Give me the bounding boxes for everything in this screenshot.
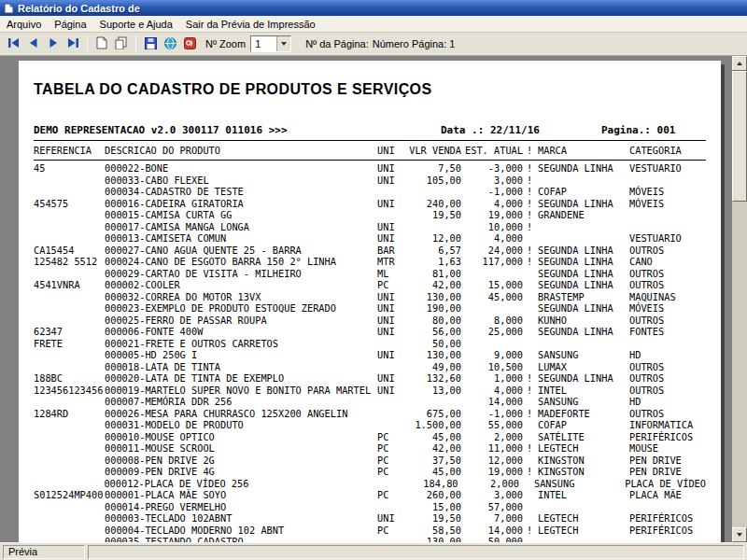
vertical-scrollbar[interactable]	[732, 56, 747, 542]
cell-est: 4,000	[461, 232, 523, 245]
cell-ref	[34, 349, 105, 361]
cell-flag: !	[523, 209, 536, 221]
table-row: 000018-LATA DE TINTA49,0010,500LUMAXOUTR…	[34, 361, 706, 373]
cell-cat: OUTROS	[629, 315, 706, 327]
menu-arquivo[interactable]: Arquivo	[0, 18, 48, 31]
cell-flag	[523, 268, 536, 280]
scroll-up-button[interactable]	[732, 56, 747, 71]
cell-vlr: 45,00	[405, 431, 461, 443]
next-page-button[interactable]	[44, 35, 63, 53]
menubar: Arquivo Página Suporte e Ajuda Sair da P…	[0, 16, 747, 33]
cell-cat: VESTUARIO	[629, 232, 706, 245]
cell-flag	[523, 431, 536, 443]
cell-flag	[519, 478, 532, 490]
cell-flag	[523, 232, 536, 245]
report-rows: 45000022-BONEUNI7,50-3,000!SEGUNDA LINHA…	[34, 162, 706, 542]
cell-flag: !	[523, 186, 536, 198]
export-html-button[interactable]	[161, 35, 179, 53]
zoom-dropdown-button[interactable]	[276, 36, 290, 51]
cell-est: 25,000	[461, 326, 523, 338]
cell-vlr: 12,00	[405, 232, 461, 245]
cell-uni: ML	[377, 268, 405, 280]
cell-vlr: 675,00	[405, 408, 461, 420]
table-row: FRETE000021-FRETE E OUTROS CARRETOS50,00	[34, 338, 706, 350]
zoom-select[interactable]: 1	[250, 35, 291, 52]
cell-marca: INTEL	[536, 489, 629, 501]
arrow-up-icon	[737, 62, 742, 65]
report-page-number: Pagina.: 001	[601, 124, 706, 136]
cell-est: 10,500	[461, 361, 523, 373]
table-row: 000008-PEN DRIVE 2GPC37,5012,000KINGSTON…	[34, 455, 706, 467]
cell-flag	[523, 291, 536, 303]
single-page-view-button[interactable]	[92, 35, 111, 53]
cell-cat: PEN DRIVE	[629, 455, 706, 467]
cell-ref	[34, 268, 105, 280]
table-row: 000013-CAMISETA COMUNUNI12,004,000VESTUA…	[34, 232, 706, 245]
cell-cat: OUTROS	[629, 385, 706, 397]
cell-uni	[377, 419, 405, 431]
menu-suporte-e-ajuda[interactable]: Suporte e Ajuda	[93, 18, 179, 31]
cell-uni: UNI	[377, 198, 405, 210]
cell-desc: 000020-LATA DE TINTA DE EXEMPLO	[105, 372, 377, 385]
cell-desc: 000009-PEN DRIVE 4G	[105, 466, 377, 478]
titlebar[interactable]: Relatório do Cadastro de	[0, 0, 747, 16]
scrollbar-thumb[interactable]	[732, 71, 747, 202]
previous-page-button[interactable]	[24, 35, 43, 53]
save-report-button[interactable]	[141, 35, 160, 53]
status-text: Prévia	[8, 546, 37, 557]
column-marca: MARCA	[536, 145, 629, 156]
cell-est: 3,000	[461, 175, 523, 187]
cell-uni: UNI	[377, 512, 405, 525]
cell-vlr: 19,50	[405, 512, 461, 525]
cell-marca: LUMAX	[536, 361, 629, 373]
cell-flag: !	[523, 175, 536, 187]
first-page-button[interactable]	[5, 35, 23, 53]
cell-cat	[629, 209, 706, 221]
table-row: 000012-PLACA DE VÍDEO 256184,802,000SANS…	[34, 478, 706, 490]
table-row: 000005-HD 250G IUNI130,009,000SANSUNGHD	[34, 349, 706, 361]
cell-vlr: 7,50	[405, 162, 461, 175]
cell-est: 2,000	[458, 478, 520, 490]
cell-vlr: 42,00	[405, 442, 461, 455]
cell-marca: INTEL	[536, 385, 629, 397]
cell-uni: BAR	[377, 245, 405, 257]
table-row: 000009-PEN DRIVE 4GPC45,0019,000!KINGSTO…	[34, 466, 706, 478]
cell-uni: UNI	[377, 291, 405, 303]
last-page-button[interactable]	[63, 35, 82, 53]
column-est-atual: EST. ATUAL	[461, 145, 523, 156]
table-row: CA15454000027-CANO AGUA QUENTE 25 - BARR…	[34, 245, 706, 257]
chevron-down-icon	[281, 42, 287, 46]
export-pdf-button[interactable]	[180, 35, 199, 53]
cell-marca: KINGSTON	[536, 466, 629, 478]
cell-ref: CA15454	[34, 245, 105, 257]
cell-ref: 123456123456	[34, 385, 105, 397]
cell-desc: 000001-PLACA MÃE SOYO	[105, 489, 377, 501]
menu-pagina[interactable]: Página	[48, 18, 92, 31]
cell-desc: 000029-CARTAO DE VISITA - MILHEIRO	[105, 268, 377, 280]
cell-cat: INFORMATICA	[629, 419, 706, 431]
previous-page-icon	[27, 37, 40, 50]
cell-uni	[377, 209, 405, 221]
scroll-down-button[interactable]	[732, 527, 747, 542]
cell-desc: 000035-TESTANDO CADASTRO	[105, 536, 377, 542]
multi-page-view-button[interactable]	[112, 35, 131, 53]
last-page-icon	[66, 37, 79, 50]
menu-sair-da-previa[interactable]: Sair da Prévia de Impressão	[179, 18, 322, 31]
cell-desc: 000023-EXEMPLO DE PRODUTO ESTOQUE ZERADO	[105, 302, 377, 315]
cell-est: 3,000	[461, 489, 523, 501]
cell-marca: LEGTECH	[536, 442, 629, 455]
cell-cat: HD	[629, 396, 706, 408]
cell-marca: SEGUNDA LINHA	[536, 372, 629, 385]
cell-uni	[377, 396, 405, 408]
cell-est: 4,000	[461, 198, 523, 210]
cell-vlr: 42,00	[405, 279, 461, 291]
cell-vlr: 130,00	[405, 349, 461, 361]
cell-marca	[536, 232, 629, 245]
table-row: 123456123456000019-MARTELO SUPER NOVO E …	[34, 385, 706, 397]
cell-flag	[523, 396, 536, 408]
cell-vlr: 130,00	[405, 291, 461, 303]
cell-marca	[536, 221, 629, 233]
cell-vlr: 130,00	[405, 536, 461, 542]
cell-marca: SATÉLITE	[536, 431, 629, 443]
cell-vlr: 81,00	[405, 268, 461, 280]
